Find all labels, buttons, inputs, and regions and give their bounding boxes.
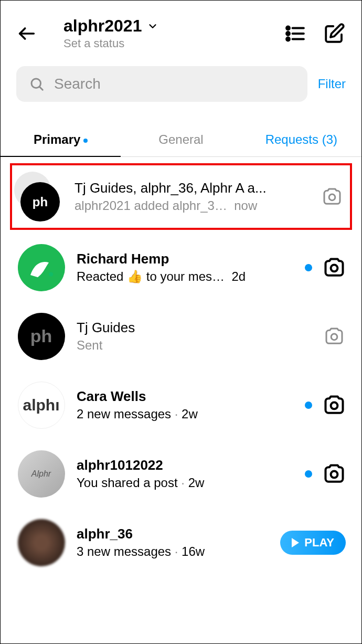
unread-indicator bbox=[305, 470, 312, 478]
svg-point-13 bbox=[331, 402, 338, 409]
back-button[interactable] bbox=[16, 23, 37, 44]
avatar: alphı bbox=[16, 380, 66, 430]
username-label: alphr2021 bbox=[63, 16, 142, 36]
chat-item[interactable]: ph Tj Guides Sent bbox=[1, 302, 361, 371]
chat-preview: You shared a post · 2w bbox=[77, 476, 294, 490]
chat-name: alphr1012022 bbox=[77, 457, 294, 473]
search-icon bbox=[29, 76, 45, 92]
inbox-tabs: Primary General Requests (3) bbox=[1, 123, 361, 157]
svg-point-14 bbox=[331, 471, 338, 478]
svg-point-1 bbox=[286, 26, 290, 29]
avatar: ph bbox=[16, 311, 66, 361]
svg-point-5 bbox=[286, 37, 290, 40]
chat-preview: alphr2021 added alphr_3… now bbox=[74, 198, 310, 213]
chat-preview: 2 new messages · 2w bbox=[77, 407, 294, 421]
chat-item[interactable]: Richard Hemp Reacted 👍 to your mes… 2d bbox=[1, 233, 361, 302]
unread-indicator bbox=[305, 402, 312, 409]
status-text[interactable]: Set a status bbox=[63, 37, 273, 50]
avatar: ph bbox=[14, 172, 64, 221]
play-icon bbox=[292, 538, 299, 547]
chat-item[interactable]: Alphr alphr1012022 You shared a post · 2… bbox=[1, 439, 361, 508]
avatar: Alphr bbox=[16, 449, 66, 499]
camera-icon[interactable] bbox=[323, 256, 346, 279]
camera-icon[interactable] bbox=[323, 462, 346, 485]
svg-point-11 bbox=[331, 265, 338, 271]
chat-name: Tj Guides, alphr_36, Alphr A a... bbox=[74, 180, 310, 196]
tab-unread-dot bbox=[83, 139, 88, 143]
svg-point-3 bbox=[286, 32, 290, 35]
camera-icon[interactable] bbox=[323, 325, 346, 348]
tab-primary[interactable]: Primary bbox=[1, 123, 121, 156]
chat-preview: 3 new messages · 16w bbox=[77, 544, 270, 559]
chat-preview: Reacted 👍 to your mes… 2d bbox=[77, 269, 294, 284]
filter-link[interactable]: Filter bbox=[318, 77, 346, 91]
search-input[interactable]: Search bbox=[16, 66, 307, 102]
chat-item[interactable]: alphı Cara Wells 2 new messages · 2w bbox=[1, 371, 361, 439]
svg-point-9 bbox=[329, 194, 335, 200]
chat-name: Tj Guides bbox=[77, 320, 312, 336]
avatar bbox=[16, 518, 66, 567]
tab-requests[interactable]: Requests (3) bbox=[241, 123, 361, 156]
unread-indicator bbox=[305, 264, 312, 271]
svg-line-8 bbox=[39, 87, 42, 90]
account-switcher[interactable]: alphr2021 Set a status bbox=[48, 16, 273, 50]
chevron-down-icon bbox=[147, 20, 158, 32]
search-placeholder: Search bbox=[54, 76, 101, 92]
chat-name: Cara Wells bbox=[77, 388, 294, 405]
chat-item[interactable]: alphr_36 3 new messages · 16w PLAY bbox=[1, 508, 361, 577]
chat-name: alphr_36 bbox=[77, 526, 270, 542]
compose-button[interactable] bbox=[323, 22, 346, 45]
chat-list: ph Tj Guides, alphr_36, Alphr A a... alp… bbox=[1, 157, 361, 577]
avatar bbox=[16, 242, 66, 292]
camera-icon[interactable] bbox=[321, 185, 344, 208]
tab-general[interactable]: General bbox=[121, 123, 241, 156]
chat-item[interactable]: ph Tj Guides, alphr_36, Alphr A a... alp… bbox=[10, 163, 352, 230]
svg-point-10 bbox=[49, 272, 53, 276]
camera-icon[interactable] bbox=[323, 394, 346, 417]
svg-point-12 bbox=[331, 334, 337, 340]
play-button[interactable]: PLAY bbox=[280, 531, 346, 555]
chat-name: Richard Hemp bbox=[77, 251, 294, 267]
menu-list-button[interactable] bbox=[284, 22, 307, 45]
chat-preview: Sent bbox=[77, 338, 312, 353]
